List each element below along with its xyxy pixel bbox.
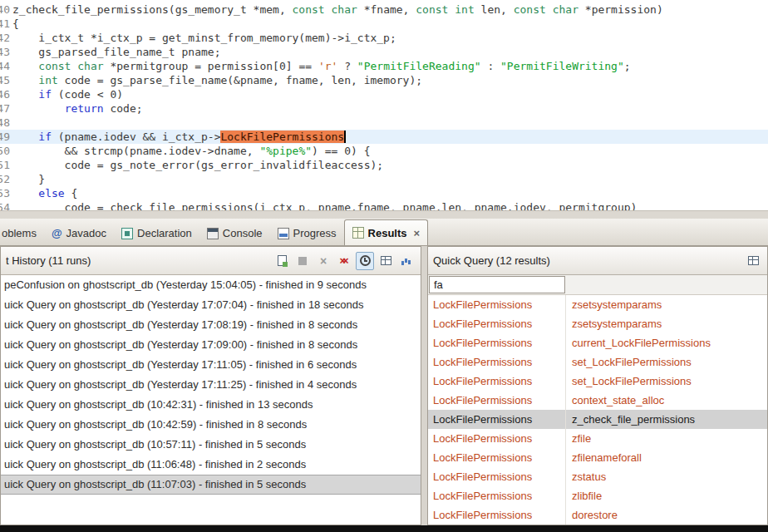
result-cell-variable[interactable]: LockFilePermissions: [428, 372, 566, 391]
result-cell-function[interactable]: set_LockFilePermissions: [566, 352, 767, 372]
history-row[interactable]: uick Query on ghostscript_db (11:07:03) …: [1, 475, 421, 495]
horizontal-sash[interactable]: [0, 210, 768, 219]
code-line[interactable]: 752 }: [0, 172, 768, 186]
code-line[interactable]: 749 if (pname.iodev && i_ctx_p->LockFile…: [0, 130, 768, 144]
result-cell-function[interactable]: zlibfile: [566, 486, 767, 505]
line-number[interactable]: 743: [0, 45, 10, 59]
code-line[interactable]: 742 i_ctx_t *i_ctx_p = get_minst_from_me…: [0, 31, 768, 45]
result-row[interactable]: LockFilePermissionszfilenameforall: [428, 448, 767, 467]
result-cell-function[interactable]: z_check_file_permissions: [566, 410, 767, 429]
code-line[interactable]: 744 const char *permitgroup = permission…: [0, 59, 768, 73]
tab-console[interactable]: Console: [199, 221, 270, 245]
result-row[interactable]: LockFilePermissionsset_LockFilePermissio…: [428, 352, 767, 372]
tab-results[interactable]: Results×: [344, 219, 429, 245]
result-row[interactable]: LockFilePermissionsdorestore: [428, 505, 767, 525]
line-number[interactable]: 747: [0, 101, 10, 116]
code-line[interactable]: 750 && strcmp(pname.iodev->dname, "%pipe…: [0, 144, 768, 158]
open-query-button[interactable]: [273, 252, 291, 270]
result-cell-function[interactable]: set_LockFilePermissions: [566, 372, 767, 391]
history-row[interactable]: uick Query on ghostscript_db (10:42:31) …: [1, 395, 421, 415]
code-line[interactable]: 747 return code;: [0, 101, 768, 116]
result-cell-variable[interactable]: LockFilePermissions: [428, 391, 566, 410]
code-editor[interactable]: 740z_check_file_permissions(gs_memory_t …: [0, 0, 768, 210]
line-number[interactable]: 745: [0, 73, 10, 87]
line-number[interactable]: 746: [0, 87, 10, 101]
result-cell-function[interactable]: zsetsystemparams: [566, 295, 767, 314]
result-cell-variable[interactable]: LockFilePermissions: [428, 429, 566, 448]
result-cell-function[interactable]: current_LockFilePermissions: [566, 333, 767, 352]
code-line[interactable]: 748: [0, 116, 768, 130]
result-cell-function[interactable]: zfilenameforall: [566, 448, 767, 467]
tab-oblems[interactable]: oblems: [0, 221, 44, 245]
result-row[interactable]: LockFilePermissionszsetsystemparams: [428, 314, 767, 333]
history-row[interactable]: uick Query on ghostscript_db (11:06:48) …: [1, 455, 421, 475]
result-row[interactable]: LockFilePermissionszlibfile: [428, 486, 767, 505]
result-row[interactable]: LockFilePermissionsset_LockFilePermissio…: [428, 372, 767, 391]
tab-progress[interactable]: Progress: [270, 221, 344, 245]
vertical-sash[interactable]: [421, 246, 427, 525]
line-number[interactable]: 754: [0, 200, 10, 210]
code-line[interactable]: 753 else {: [0, 186, 768, 200]
tab-declaration[interactable]: Declaration: [114, 221, 199, 245]
tab-close-icon[interactable]: ×: [414, 227, 421, 239]
remove-run-button[interactable]: ×: [314, 252, 332, 270]
result-cell-variable[interactable]: LockFilePermissions: [428, 467, 566, 486]
result-cell-variable[interactable]: LockFilePermissions: [428, 505, 566, 525]
result-cell-function[interactable]: zfile: [566, 429, 767, 448]
line-number[interactable]: 740: [0, 2, 10, 17]
code-text: else {: [12, 186, 768, 200]
tab-label: oblems: [2, 227, 37, 239]
result-cell-variable[interactable]: LockFilePermissions: [428, 410, 566, 429]
result-cell-function[interactable]: dorestore: [566, 505, 767, 525]
line-number[interactable]: 750: [0, 144, 10, 158]
history-row[interactable]: uick Query on ghostscript_db (Yesterday …: [1, 355, 421, 375]
history-row[interactable]: uick Query on ghostscript_db (10:42:59) …: [1, 415, 421, 435]
history-row[interactable]: uick Query on ghostscript_db (Yesterday …: [1, 295, 421, 315]
stop-query-button[interactable]: [293, 252, 312, 270]
code-line[interactable]: 740z_check_file_permissions(gs_memory_t …: [0, 2, 768, 17]
code-line[interactable]: 751 code = gs_note_error(gs_error_invali…: [0, 158, 768, 172]
code-line[interactable]: 754 code = check_file_permissions(i_ctx_…: [0, 200, 768, 210]
code-line[interactable]: 743 gs_parsed_file_name_t pname;: [0, 45, 768, 59]
history-row[interactable]: peConfusion on ghostscript_db (Yesterday…: [1, 275, 421, 295]
history-row[interactable]: uick Query on ghostscript_db (10:57:11) …: [1, 435, 421, 455]
show-timestamps-toggle[interactable]: [356, 252, 374, 270]
line-number[interactable]: 749: [0, 130, 10, 144]
result-cell-function[interactable]: zstatus: [566, 467, 767, 486]
chart-export-button[interactable]: [397, 252, 416, 270]
code-line[interactable]: 745 int code = gs_parse_file_name(&pname…: [0, 73, 768, 87]
result-row[interactable]: LockFilePermissionszstatus: [428, 467, 767, 486]
line-number[interactable]: 748: [0, 116, 10, 130]
line-number[interactable]: 751: [0, 158, 10, 172]
line-number[interactable]: 741: [0, 17, 10, 31]
export-results-button[interactable]: [744, 252, 762, 270]
result-row[interactable]: LockFilePermissionscontext_state_alloc: [428, 391, 767, 410]
result-row[interactable]: LockFilePermissionsz_check_file_permissi…: [428, 410, 767, 429]
result-row[interactable]: LockFilePermissionszsetsystemparams: [428, 295, 767, 314]
result-cell-variable[interactable]: LockFilePermissions: [428, 486, 566, 505]
console-icon: [207, 228, 219, 239]
table-view-button[interactable]: [377, 252, 395, 270]
result-cell-variable[interactable]: LockFilePermissions: [428, 333, 566, 352]
line-number[interactable]: 744: [0, 59, 10, 73]
results-filter-input[interactable]: fa: [429, 276, 565, 293]
result-row[interactable]: LockFilePermissionszfile: [428, 429, 767, 448]
result-cell-variable[interactable]: LockFilePermissions: [428, 448, 566, 467]
line-number[interactable]: 752: [0, 172, 10, 186]
result-cell-variable[interactable]: LockFilePermissions: [428, 295, 566, 314]
result-row[interactable]: LockFilePermissionscurrent_LockFilePermi…: [428, 333, 767, 352]
line-number[interactable]: 753: [0, 186, 10, 200]
remove-all-runs-button[interactable]: ××: [335, 252, 353, 270]
code-line[interactable]: 746 if (code < 0): [0, 87, 768, 101]
tab-javadoc[interactable]: @Javadoc: [44, 221, 114, 245]
history-row[interactable]: uick Query on ghostscript_db (Yesterday …: [1, 315, 421, 335]
result-cell-variable[interactable]: LockFilePermissions: [428, 314, 566, 333]
history-row[interactable]: uick Query on ghostscript_db (Yesterday …: [1, 375, 421, 395]
result-cell-function[interactable]: zsetsystemparams: [566, 314, 767, 333]
line-number[interactable]: 742: [0, 31, 10, 45]
code-line[interactable]: 741{: [0, 17, 768, 31]
history-row[interactable]: uick Query on ghostscript_db (Yesterday …: [1, 335, 421, 355]
result-cell-variable[interactable]: LockFilePermissions: [428, 352, 566, 372]
result-cell-function[interactable]: context_state_alloc: [566, 391, 767, 410]
quick-query-header: Quick Query (12 results): [428, 247, 767, 275]
